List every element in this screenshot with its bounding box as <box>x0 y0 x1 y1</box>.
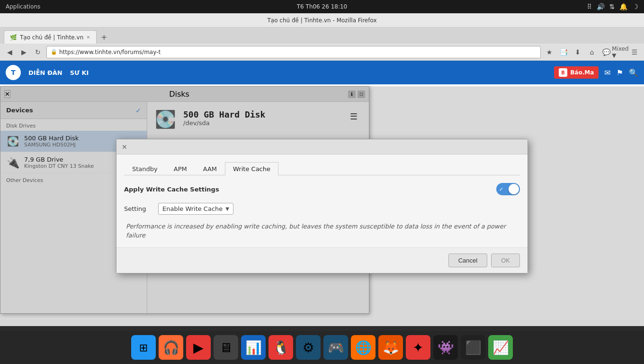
new-tab-button[interactable]: + <box>98 30 111 44</box>
dock-steam2[interactable]: 🎮 <box>323 335 348 360</box>
setting-dropdown[interactable]: Enable Write Cache ▼ <box>158 203 233 215</box>
dock-media-player[interactable]: ▶ <box>186 335 211 360</box>
menu-icon[interactable]: ☰ <box>629 46 640 58</box>
bao-ma-icon: B <box>559 68 567 77</box>
tab-aam[interactable]: AAM <box>195 162 225 175</box>
dock-terminal[interactable]: ⬛ <box>461 335 485 360</box>
tab-apm[interactable]: APM <box>166 162 195 175</box>
site-topbar: T DIỄN ĐÀN SƯ KI B Báo.Ma ✉ ⚑ 🔍 <box>0 61 644 84</box>
cancel-button[interactable]: Cancel <box>448 254 487 267</box>
network-icon[interactable]: ⇅ <box>609 3 615 10</box>
grid-icon[interactable]: ⠿ <box>587 3 591 10</box>
site-logo: T <box>6 65 21 80</box>
dock-steam1[interactable]: ⚙ <box>296 335 321 360</box>
bao-ma-button[interactable]: B Báo.Ma <box>554 66 599 79</box>
write-cache-dialog: ✕ Standby APM AAM Write Cache Apply Writ… <box>116 139 528 273</box>
dock-drive[interactable]: 📈 <box>488 335 513 360</box>
dropdown-arrow-icon: ▼ <box>225 206 229 211</box>
apply-write-cache-title: Apply Write Cache Settings <box>124 186 496 193</box>
dialog-overlay: ✕ Standby APM AAM Write Cache Apply Writ… <box>0 86 644 326</box>
setting-value: Enable Write Cache <box>162 205 223 212</box>
dock-workspace[interactable]: ⊞ <box>131 335 156 360</box>
back-button[interactable]: ◀ <box>4 46 15 58</box>
chat-icon[interactable]: 💬 <box>600 46 612 58</box>
tab-standby[interactable]: Standby <box>124 162 166 175</box>
dock-game2[interactable]: 👾 <box>433 335 458 360</box>
browser-title: Tạo chủ đề | Tinhte.vn - Mozilla Firefox <box>267 17 376 24</box>
tab-write-cache[interactable]: Write Cache <box>225 162 278 175</box>
flag-icon[interactable]: ⚑ <box>617 68 623 77</box>
dock-mgame[interactable]: ✦ <box>406 335 430 360</box>
toolbar-right: ★ 📑 ⬇ ⌂ 💬 Mixed ▼ ☰ <box>544 46 640 58</box>
browser-toolbar: ◀ ▶ ↻ 🔒 https://www.tinhte.vn/forums/may… <box>0 44 644 61</box>
site-right-nav: B Báo.Ma ✉ ⚑ 🔍 <box>554 66 638 79</box>
dock-screen[interactable]: 🖥 <box>214 335 238 360</box>
search-icon[interactable]: 🔍 <box>629 68 638 77</box>
toggle-knob <box>509 184 519 194</box>
tab-label: Tạo chủ đề | Tinhte.vn <box>20 34 83 41</box>
bao-ma-label: Báo.Ma <box>570 69 594 76</box>
ok-button[interactable]: OK <box>491 254 520 267</box>
home-icon[interactable]: ⌂ <box>586 46 598 58</box>
toggle-check-icon: ✓ <box>499 186 503 192</box>
taskbar: Applications T6 Th06 26 18:10 ⠿ 🔊 ⇅ 🔔 ☽ <box>0 0 644 13</box>
bookmark-icon[interactable]: 📑 <box>558 46 569 58</box>
mail-icon[interactable]: ✉ <box>604 68 610 77</box>
volume-icon[interactable]: 🔊 <box>597 3 605 10</box>
tab-favicon: 🌿 <box>10 34 17 41</box>
setting-label: Setting <box>124 205 152 212</box>
dialog-close-button[interactable]: ✕ <box>120 143 129 151</box>
apply-write-cache-row: Apply Write Cache Settings ✓ <box>124 183 520 195</box>
dock-headphones[interactable]: 🎧 <box>159 335 183 360</box>
dialog-titlebar: ✕ <box>116 139 528 155</box>
dock-firefox[interactable]: 🦊 <box>378 335 403 360</box>
browser-titlebar: Tạo chủ đề | Tinhte.vn - Mozilla Firefox <box>0 13 644 27</box>
nav-su-ki[interactable]: SƯ KI <box>70 69 89 76</box>
dock-chrome[interactable]: 🌐 <box>351 335 376 360</box>
reload-button[interactable]: ↻ <box>32 46 44 58</box>
bookmark-mixed[interactable]: Mixed ▼ <box>615 46 626 58</box>
taskbar-right: ⠿ 🔊 ⇅ 🔔 ☽ <box>587 3 638 10</box>
url-bar[interactable]: 🔒 https://www.tinhte.vn/forums/may-t <box>46 46 541 58</box>
datetime: T6 Th06 26 18:10 <box>297 3 347 10</box>
dock-stats[interactable]: 📊 <box>241 335 266 360</box>
dialog-footer: Cancel OK <box>116 247 528 273</box>
star-icon[interactable]: ★ <box>544 46 555 58</box>
dialog-tabs: Standby APM AAM Write Cache <box>124 162 520 175</box>
applications-menu[interactable]: Applications <box>6 3 40 10</box>
tab-close-icon[interactable]: ✕ <box>86 35 90 40</box>
power-icon[interactable]: ☽ <box>632 3 638 10</box>
setting-row: Setting Enable Write Cache ▼ <box>124 203 520 215</box>
nav-dien-dan[interactable]: DIỄN ĐÀN <box>28 69 63 76</box>
dock: ⊞ 🎧 ▶ 🖥 📊 🐧 ⚙ 🎮 🌐 🦊 ✦ 👾 ⬛ 📈 <box>0 331 644 364</box>
dock-ubuntu[interactable]: 🐧 <box>268 335 293 360</box>
url-text: https://www.tinhte.vn/forums/may-t <box>59 49 161 55</box>
write-cache-description: Performance is increased by enabling wri… <box>124 222 520 239</box>
download-icon[interactable]: ⬇ <box>572 46 583 58</box>
forward-button[interactable]: ▶ <box>18 46 29 58</box>
browser-tabs: 🌿 Tạo chủ đề | Tinhte.vn ✕ + <box>0 27 644 44</box>
dialog-body: Standby APM AAM Write Cache Apply Write … <box>116 155 528 247</box>
bell-icon[interactable]: 🔔 <box>619 3 627 10</box>
write-cache-toggle[interactable]: ✓ <box>496 183 520 195</box>
browser-tab-active[interactable]: 🌿 Tạo chủ đề | Tinhte.vn ✕ <box>4 30 97 44</box>
